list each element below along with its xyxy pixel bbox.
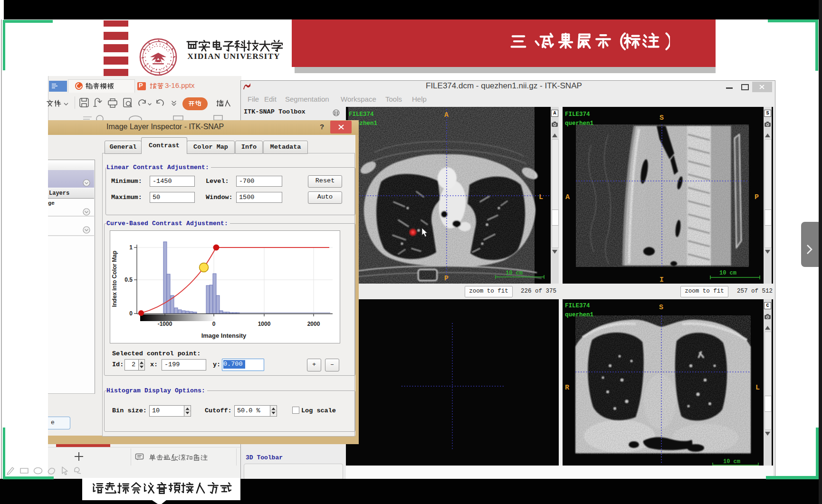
svg-text:1: 1	[129, 244, 133, 251]
svg-text:Index into Color Map: Index into Color Map	[111, 251, 118, 307]
svg-text:0.5: 0.5	[124, 276, 133, 283]
svg-text:L: L	[539, 193, 543, 201]
svg-text:0: 0	[212, 321, 216, 327]
svg-text:R: R	[565, 384, 569, 392]
svg-text:I: I	[660, 276, 664, 284]
svg-text:A: A	[565, 193, 570, 201]
svg-text:1000: 1000	[258, 321, 271, 327]
svg-text:querhen1: querhen1	[565, 120, 593, 127]
svg-text:FILE374: FILE374	[565, 111, 590, 118]
svg-text:2000: 2000	[307, 321, 320, 327]
svg-text:L: L	[755, 384, 760, 392]
svg-text:FILE374: FILE374	[349, 111, 374, 118]
svg-text:10 cm: 10 cm	[723, 458, 740, 465]
svg-text:-1000: -1000	[158, 321, 172, 327]
svg-text:A: A	[444, 111, 449, 119]
svg-text:0: 0	[129, 310, 133, 317]
svg-text:Image Intensity: Image Intensity	[201, 332, 247, 339]
svg-text:P: P	[444, 275, 449, 283]
svg-text:FILE374: FILE374	[565, 303, 590, 309]
svg-text:P: P	[755, 193, 759, 201]
svg-text:querhen1: querhen1	[565, 312, 593, 318]
svg-text:S: S	[659, 304, 663, 312]
svg-text:S: S	[660, 114, 664, 122]
svg-text:10 cm: 10 cm	[719, 270, 736, 276]
svg-text:10 cm: 10 cm	[506, 270, 523, 276]
